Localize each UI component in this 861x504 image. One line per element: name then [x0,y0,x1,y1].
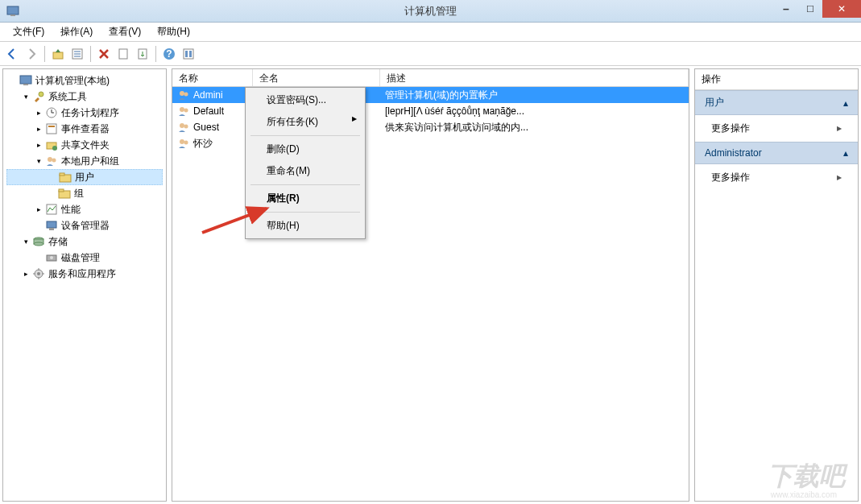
col-header-fullname[interactable]: 全名 [253,69,380,86]
context-menu-item[interactable]: 所有任务(K) [247,111,363,133]
expander-icon[interactable] [34,221,43,230]
tree-item[interactable]: 磁盘管理 [6,250,163,266]
nav-back-button[interactable] [3,45,21,63]
svg-point-40 [180,91,184,96]
svg-rect-7 [119,49,127,59]
minimize-button[interactable] [774,0,798,18]
svg-point-41 [184,93,188,97]
collapse-icon: ▴ [843,147,848,159]
svc-icon [32,267,45,280]
tree: 计算机管理(本地)▾系统工具▸任务计划程序▸事件查看器▸共享文件夹▾本地用户和组… [3,69,166,285]
svg-point-45 [184,125,188,129]
close-button[interactable] [822,0,861,18]
expander-icon[interactable] [47,188,56,198]
menu-action[interactable]: 操作(A) [52,23,101,40]
export-button[interactable] [134,45,151,63]
tree-item-label: 系统工具 [48,90,87,104]
sched-icon [45,106,58,119]
tree-item-label: 计算机管理(本地) [35,74,110,88]
tree-item[interactable]: ▸共享文件夹 [6,137,163,153]
tree-item[interactable]: ▸事件查看器 [6,121,163,137]
up-button[interactable] [49,45,67,63]
tree-item-label: 任务计划程序 [61,106,119,120]
tree-item[interactable]: ▾系统工具 [6,89,163,105]
tree-item[interactable]: ▾存储 [6,233,163,250]
svg-point-46 [180,139,184,144]
cell-name: 怀沙 [172,135,253,152]
action-more-admin[interactable]: 更多操作 [695,164,858,191]
svg-rect-12 [185,51,188,57]
expander-icon[interactable]: ▾ [21,92,31,101]
new-button[interactable] [114,45,132,63]
expander-icon[interactable]: ▸ [21,269,31,279]
tree-item[interactable]: ▸服务和应用程序 [6,266,163,282]
context-menu-separator [250,135,360,136]
tree-item[interactable]: 计算机管理(本地) [6,72,163,89]
svg-rect-20 [47,124,56,134]
cell-name: Default [172,103,253,119]
expander-icon[interactable]: ▾ [34,156,43,166]
action-group-admin[interactable]: Administrator ▴ [695,142,858,164]
list-header: 名称 全名 描述 [172,69,689,87]
menu-file[interactable]: 文件(F) [5,23,52,40]
svg-point-37 [50,256,53,259]
tree-item-label: 共享文件夹 [61,138,110,152]
menu-help[interactable]: 帮助(H) [149,23,198,40]
context-menu-item[interactable]: 属性(R) [247,188,363,209]
comp-icon [19,74,32,87]
tree-item[interactable]: ▸性能 [6,201,163,217]
action-group-users[interactable]: 用户 ▴ [695,90,858,115]
delete-button[interactable] [95,45,113,63]
svg-point-25 [52,159,56,163]
tree-item-label: 磁盘管理 [61,251,100,265]
action-pane-title: 操作 [695,69,858,90]
window-title: 计算机管理 [404,4,457,19]
expander-icon[interactable]: ▸ [34,108,43,118]
toolbar-divider [155,46,156,62]
col-header-name[interactable]: 名称 [172,69,253,86]
properties-button[interactable] [68,45,86,63]
col-header-desc[interactable]: 描述 [380,69,689,86]
action-pane: 操作 用户 ▴ 更多操作 Administrator ▴ 更多操作 [694,68,859,502]
expander-icon[interactable] [34,253,43,262]
tree-item-label: 组 [74,187,84,200]
svg-rect-13 [189,51,192,57]
svg-rect-32 [49,228,54,230]
expander-icon[interactable] [48,172,57,182]
app-icon [6,5,19,18]
expander-icon[interactable]: ▾ [21,237,31,246]
cell-desc: 供来宾访问计算机或访问域的内... [380,119,689,136]
cell-desc: 管理计算机(域)的内置帐户 [380,87,689,104]
svg-rect-31 [47,221,56,228]
expander-icon[interactable] [8,76,18,85]
tree-item[interactable]: ▸任务计划程序 [6,105,163,121]
context-menu-item[interactable]: 帮助(H) [247,215,363,237]
context-menu-item[interactable]: 删除(D) [247,138,363,160]
context-menu-item[interactable]: 设置密码(S)... [247,89,363,111]
svg-point-24 [48,157,52,162]
action-more-users[interactable]: 更多操作 [695,115,858,142]
expander-icon[interactable]: ▸ [34,140,43,150]
context-menu-item[interactable]: 重命名(M) [247,160,363,182]
refresh-button[interactable] [180,45,197,63]
tree-item-label: 设备管理器 [61,219,110,233]
svg-point-35 [34,242,43,246]
menu-view[interactable]: 查看(V) [101,23,149,40]
help-button[interactable]: ? [160,45,178,63]
expander-icon[interactable]: ▸ [34,204,43,214]
expander-icon[interactable]: ▸ [34,124,43,134]
svg-point-43 [184,109,188,113]
tree-item[interactable]: 用户 [6,169,163,185]
collapse-icon: ▴ [843,97,848,109]
tree-item-label: 事件查看器 [61,122,110,136]
nav-forward-button[interactable] [23,45,40,63]
window-controls [774,0,861,18]
tree-item[interactable]: 设备管理器 [6,217,163,233]
svg-rect-27 [60,173,64,176]
action-group-users-label: 用户 [705,96,724,109]
tree-item-label: 性能 [61,203,81,217]
disk-icon [45,251,58,264]
tree-item[interactable]: ▾本地用户和组 [6,153,163,169]
tree-item[interactable]: 组 [6,185,163,201]
maximize-button[interactable] [798,0,822,18]
